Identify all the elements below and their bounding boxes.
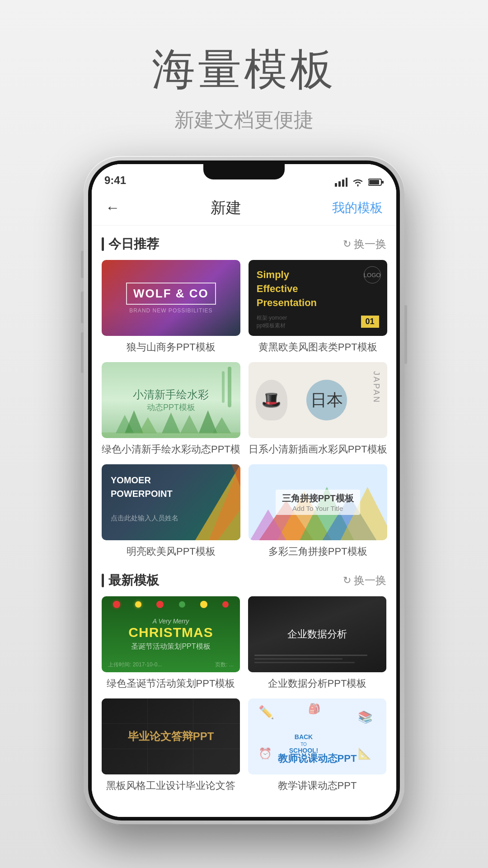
status-time: 9:41 <box>104 174 126 187</box>
template-thumb-graduation: 毕业论文答辩PPT <box>102 698 240 774</box>
svg-text:🎒: 🎒 <box>308 703 321 715</box>
template-thumb-teacher: ✏️ 📚 📐 ⏰ 🎒 <box>248 698 386 774</box>
page-header: 海量模板 新建文档更便捷 <box>152 0 336 133</box>
template-thumb-yomoer: YOMOERPOWERPOINT 点击此处输入人员姓名 <box>102 464 240 540</box>
my-templates-link[interactable]: 我的模板 <box>332 199 383 217</box>
wolf-title: WOLF & CO <box>126 283 216 305</box>
svg-text:BACK: BACK <box>295 733 313 741</box>
template-label-watercolor: 绿色小清新手绘水彩动态PPT模 <box>102 443 240 456</box>
christmas-small-text: A Very Merry <box>153 618 189 625</box>
battery-icon <box>368 178 384 186</box>
triangle-subtitle: Add To Your Title <box>282 505 354 512</box>
template-thumb-watercolor: 小清新手绘水彩 动态PPT模板 <box>102 362 240 438</box>
bizdata-title: 企业数据分析 <box>287 626 347 642</box>
page-background: 海量模板 新建文档更便捷 9:41 <box>0 0 488 868</box>
simple-presentation-text: SimplyEffectivePresentation <box>257 268 379 310</box>
svg-marker-11 <box>180 415 199 434</box>
svg-marker-9 <box>139 417 157 434</box>
power-button[interactable] <box>404 305 407 364</box>
template-label-yomoer: 明亮欧美风PPT模板 <box>102 545 240 558</box>
template-label-wolf: 狼与山商务PPT模板 <box>102 340 240 354</box>
template-item-wolf[interactable]: WOLF & CO BRAND NEW POSSIBILITIES 狼与山商务P… <box>102 260 240 354</box>
template-thumb-wolf: WOLF & CO BRAND NEW POSSIBILITIES <box>102 260 240 336</box>
recommended-section: 今日推荐 ↻ 换一换 <box>102 226 386 558</box>
template-item-watercolor[interactable]: 小清新手绘水彩 动态PPT模板 绿色小清新手绘水彩动态PPT模 <box>102 362 240 456</box>
recommended-header: 今日推荐 ↻ 换一换 <box>102 226 386 260</box>
section-bar <box>102 237 104 251</box>
latest-title: 最新模板 <box>102 572 159 589</box>
template-label-christmas: 绿色圣诞节活动策划PPT模板 <box>102 677 240 690</box>
christmas-subtitle: 圣诞节活动策划PPT模板 <box>131 642 210 651</box>
nav-title: 新建 <box>211 198 241 218</box>
svg-marker-12 <box>199 410 217 434</box>
mute-button[interactable] <box>81 251 84 278</box>
latest-grid: A Very Merry CHRISTMAS 圣诞节活动策划PPT模板 上传时间… <box>102 596 386 793</box>
template-label-simple: 黄黑欧美风图表类PPT模板 <box>249 340 387 354</box>
page-subtitle: 新建文档更便捷 <box>152 107 336 133</box>
yomoer-title: YOMOERPOWERPOINT <box>111 473 231 500</box>
svg-rect-3 <box>346 178 347 187</box>
simple-number: 01 <box>361 316 379 328</box>
phone-notch <box>203 164 285 179</box>
svg-marker-10 <box>162 413 180 434</box>
template-label-bizdata: 企业数据分析PPT模板 <box>248 677 386 690</box>
signal-icon <box>335 178 347 187</box>
template-label-japan: 日系小清新插画水彩风PPT模板 <box>249 443 387 456</box>
recommended-grid: WOLF & CO BRAND NEW POSSIBILITIES 狼与山商务P… <box>102 260 386 558</box>
svg-rect-14 <box>102 433 240 438</box>
triangle-title: 三角拼接PPT模板 <box>282 492 354 505</box>
latest-refresh[interactable]: ↻ 换一换 <box>343 573 386 588</box>
template-label-teacher: 教学讲课动态PPT <box>248 779 386 793</box>
graduation-title: 毕业论文答辩PPT <box>128 728 214 745</box>
japan-circle: 日本 <box>306 380 347 420</box>
section-bar-2 <box>102 574 104 587</box>
template-thumb-bizdata: 企业数据分析 <box>248 596 386 672</box>
christmas-title: CHRISTMAS <box>128 625 213 640</box>
simple-logo-circle: LOGO <box>364 266 381 283</box>
template-item-yomoer[interactable]: YOMOERPOWERPOINT 点击此处输入人员姓名 明亮欧美风PPT模板 <box>102 464 240 558</box>
app-screen: 9:41 <box>92 164 396 817</box>
scroll-content: 今日推荐 ↻ 换一换 <box>92 226 396 817</box>
phone-mockup: 9:41 <box>84 156 404 825</box>
template-thumb-simple: SimplyEffectivePresentation LOGO 01 框架·y… <box>249 260 387 336</box>
svg-text:📚: 📚 <box>358 710 373 724</box>
yomoer-sub: 点击此处输入人员姓名 <box>111 514 231 523</box>
recommended-title: 今日推荐 <box>102 236 159 253</box>
template-item-bizdata[interactable]: 企业数据分析 企业数据分析PPT模板 <box>248 596 386 690</box>
svg-marker-13 <box>212 417 231 434</box>
recommended-refresh[interactable]: ↻ 换一换 <box>343 237 386 251</box>
template-thumb-triangle: 三角拼接PPT模板 Add To Your Title <box>249 464 387 540</box>
svg-text:TO: TO <box>300 742 307 747</box>
template-item-triangle[interactable]: 三角拼接PPT模板 Add To Your Title 多彩三角拼接PPT模板 <box>249 464 387 558</box>
template-item-japan[interactable]: 🎩 日本 JAPAN 日系小清新插画水彩风PPT模板 <box>249 362 387 456</box>
svg-rect-1 <box>338 181 341 187</box>
watercolor-sub: 动态PPT模板 <box>147 402 195 413</box>
nav-bar: ← 新建 我的模板 <box>92 190 396 226</box>
latest-header: 最新模板 ↻ 换一换 <box>102 563 386 596</box>
template-item-teacher[interactable]: ✏️ 📚 📐 ⏰ 🎒 <box>248 698 386 793</box>
template-thumb-japan: 🎩 日本 JAPAN <box>249 362 387 438</box>
template-label-triangle: 多彩三角拼接PPT模板 <box>249 545 387 558</box>
template-label-graduation: 黑板风格工业设计毕业论文答 <box>102 779 240 793</box>
svg-rect-5 <box>369 180 379 184</box>
template-item-graduation[interactable]: 毕业论文答辩PPT 黑板风格工业设计毕业论文答 <box>102 698 240 793</box>
svg-rect-2 <box>342 179 344 187</box>
wifi-icon <box>352 178 364 187</box>
back-button[interactable]: ← <box>105 199 120 216</box>
phone-screen: 9:41 <box>92 164 396 817</box>
teacher-title: 教师说课动态PPT <box>248 752 386 765</box>
svg-rect-0 <box>335 183 337 187</box>
svg-rect-6 <box>382 181 384 184</box>
latest-section: 最新模板 ↻ 换一换 <box>102 563 386 793</box>
refresh-icon-1: ↻ <box>343 238 351 250</box>
svg-text:✏️: ✏️ <box>258 705 274 720</box>
template-item-simple[interactable]: SimplyEffectivePresentation LOGO 01 框架·y… <box>249 260 387 354</box>
volume-up-button[interactable] <box>81 332 84 373</box>
refresh-icon-2: ↻ <box>343 575 351 586</box>
volume-down-button[interactable] <box>81 292 84 323</box>
page-title: 海量模板 <box>152 41 336 99</box>
watercolor-title: 小清新手绘水彩 <box>133 387 209 402</box>
template-thumb-christmas: A Very Merry CHRISTMAS 圣诞节活动策划PPT模板 上传时间… <box>102 596 240 672</box>
template-item-christmas[interactable]: A Very Merry CHRISTMAS 圣诞节活动策划PPT模板 上传时间… <box>102 596 240 690</box>
wolf-subtitle: BRAND NEW POSSIBILITIES <box>129 307 212 314</box>
